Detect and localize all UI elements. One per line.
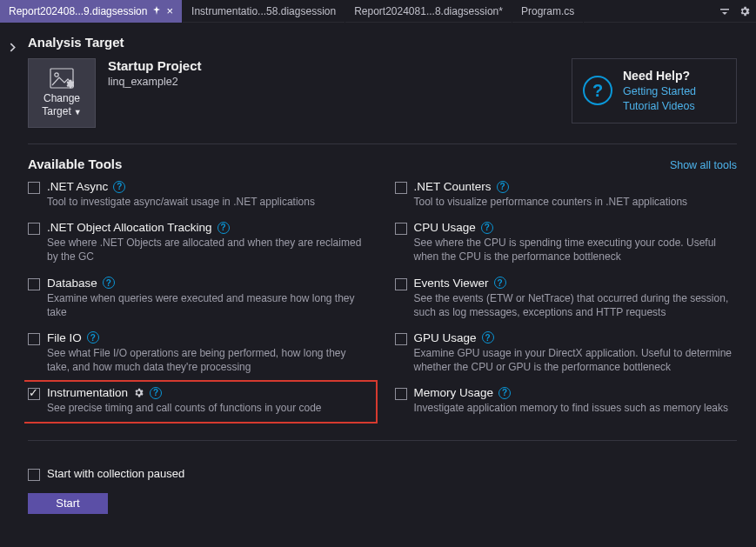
tool-database: Database?Examine when queries were execu…	[28, 277, 371, 319]
separator	[28, 143, 737, 144]
gear-icon[interactable]	[739, 5, 751, 17]
svg-rect-0	[720, 9, 729, 10]
help-icon: ?	[583, 76, 612, 105]
tool-title: Database	[47, 277, 97, 290]
tool-settings-gear-icon[interactable]	[133, 387, 144, 398]
target-info: Startup Project linq_example2	[108, 58, 202, 88]
tool-checkbox[interactable]	[28, 182, 40, 194]
tool-gpu-usage: GPU Usage?Examine GPU usage in your Dire…	[395, 331, 738, 374]
info-icon[interactable]: ?	[87, 331, 99, 344]
tool-body: .NET Counters?Tool to visualize performa…	[414, 180, 738, 209]
chevron-right-icon[interactable]	[8, 42, 17, 547]
tool-file-io: File IO?See what File I/O operations are…	[28, 331, 371, 374]
tool-title: .NET Async	[47, 180, 108, 193]
info-icon[interactable]: ?	[113, 181, 125, 193]
pin-icon[interactable]	[152, 6, 161, 17]
svg-point-2	[55, 73, 58, 77]
tool-body: .NET Async?Tool to investigate async/awa…	[47, 180, 371, 209]
tab[interactable]: Program.cs	[512, 0, 584, 23]
tool-checkbox[interactable]	[395, 333, 407, 345]
tool-title: CPU Usage	[414, 221, 476, 234]
tool-checkbox[interactable]	[28, 278, 40, 290]
tool-net-async: .NET Async?Tool to investigate async/awa…	[28, 180, 371, 209]
tool-title: Events Viewer	[414, 277, 489, 290]
tab[interactable]: Report2024081...8.diagsession*	[345, 0, 512, 23]
tool-memory-usage: Memory Usage?Investigate application mem…	[395, 386, 738, 415]
target-title: Startup Project	[108, 58, 202, 73]
tool-obj-alloc: .NET Object Allocation Tracking?See wher…	[28, 221, 371, 263]
tool-net-counters: .NET Counters?Tool to visualize performa…	[395, 180, 738, 209]
help-link-getting-started[interactable]: Getting Started	[623, 84, 696, 99]
info-icon[interactable]: ?	[494, 277, 506, 289]
collection-paused-row: Start with collection paused	[28, 467, 737, 481]
tool-description: See what File I/O operations are being p…	[47, 346, 371, 374]
tab-label: Report202408...9.diagsession	[9, 5, 147, 17]
tool-body: Events Viewer?See the events (ETW or Net…	[414, 277, 738, 319]
tool-body: Database?Examine when queries were execu…	[47, 277, 371, 319]
collapse-gutter	[0, 23, 24, 547]
tool-checkbox[interactable]	[28, 333, 40, 345]
tab-label: Instrumentatio...58.diagsession	[191, 5, 336, 17]
close-icon[interactable]: ×	[166, 5, 173, 17]
info-icon[interactable]: ?	[498, 387, 511, 399]
tool-body: .NET Object Allocation Tracking?See wher…	[47, 221, 371, 263]
tool-body: File IO?See what File I/O operations are…	[47, 331, 371, 374]
tool-title: .NET Counters	[414, 180, 492, 193]
tool-checkbox[interactable]	[395, 223, 407, 235]
tab-bar-actions	[719, 0, 751, 23]
tool-body: Instrumentation?See precise timing and c…	[47, 386, 371, 415]
tab-label: Program.cs	[521, 5, 574, 17]
start-button[interactable]: Start	[28, 493, 108, 514]
tool-description: Investigate application memory to find i…	[414, 401, 738, 415]
tool-title: Memory Usage	[414, 386, 494, 399]
tab-overflow-icon[interactable]	[719, 6, 730, 17]
info-icon[interactable]: ?	[217, 222, 230, 234]
info-icon[interactable]: ?	[481, 222, 493, 234]
tool-checkbox[interactable]	[28, 388, 40, 400]
tool-title: Instrumentation	[47, 386, 128, 399]
info-icon[interactable]: ?	[103, 277, 115, 289]
tools-column-right: .NET Counters?Tool to visualize performa…	[395, 180, 738, 416]
help-title: Need Help?	[623, 68, 696, 84]
analysis-target-title: Analysis Target	[28, 35, 737, 50]
tool-checkbox[interactable]	[395, 278, 407, 290]
tool-checkbox[interactable]	[28, 223, 40, 235]
collection-paused-checkbox[interactable]	[28, 469, 40, 481]
tool-body: GPU Usage?Examine GPU usage in your Dire…	[414, 331, 738, 374]
tool-checkbox[interactable]	[395, 182, 407, 194]
tool-description: See precise timing and call counts of fu…	[47, 401, 371, 415]
help-link-tutorial-videos[interactable]: Tutorial Videos	[623, 99, 696, 114]
tool-description: Examine when queries were executed and m…	[47, 291, 371, 319]
tool-checkbox[interactable]	[395, 388, 407, 400]
tools-grid: .NET Async?Tool to investigate async/awa…	[28, 180, 737, 416]
tool-description: See the events (ETW or NetTrace) that oc…	[414, 291, 738, 319]
change-target-label: Change Target▼	[42, 92, 81, 118]
caret-down-icon: ▼	[74, 108, 82, 117]
show-all-tools-link[interactable]: Show all tools	[670, 159, 737, 171]
tool-description: Tool to investigate async/await usage in…	[47, 195, 371, 209]
tool-description: Tool to visualize performance counters i…	[414, 195, 738, 209]
help-box: ? Need Help? Getting Started Tutorial Vi…	[572, 58, 737, 123]
separator	[28, 440, 737, 441]
tool-body: CPU Usage?See where the CPU is spending …	[414, 221, 738, 263]
tool-cpu-usage: CPU Usage?See where the CPU is spending …	[395, 221, 738, 263]
tool-body: Memory Usage?Investigate application mem…	[414, 386, 738, 415]
tab[interactable]: Report202408...9.diagsession×	[0, 0, 183, 23]
tab[interactable]: Instrumentatio...58.diagsession	[183, 0, 345, 23]
info-icon[interactable]: ?	[482, 331, 494, 344]
info-icon[interactable]: ?	[497, 181, 509, 193]
tools-column-left: .NET Async?Tool to investigate async/awa…	[28, 180, 371, 416]
change-target-button[interactable]: Change Target▼	[28, 58, 96, 128]
tool-title: File IO	[47, 331, 82, 344]
target-subtitle: linq_example2	[108, 76, 202, 88]
tool-title: GPU Usage	[414, 331, 477, 344]
tab-bar: Report202408...9.diagsession×Instrumenta…	[0, 0, 756, 23]
collection-paused-label: Start with collection paused	[47, 467, 184, 480]
tool-description: Examine GPU usage in your DirectX applic…	[414, 346, 738, 374]
tool-description: See where the CPU is spending time execu…	[414, 236, 738, 263]
tab-label: Report2024081...8.diagsession*	[354, 5, 503, 17]
target-image-icon	[50, 68, 74, 89]
tool-events-viewer: Events Viewer?See the events (ETW or Net…	[395, 277, 738, 319]
tool-instrumentation: Instrumentation?See precise timing and c…	[24, 380, 378, 423]
info-icon[interactable]: ?	[150, 387, 162, 399]
